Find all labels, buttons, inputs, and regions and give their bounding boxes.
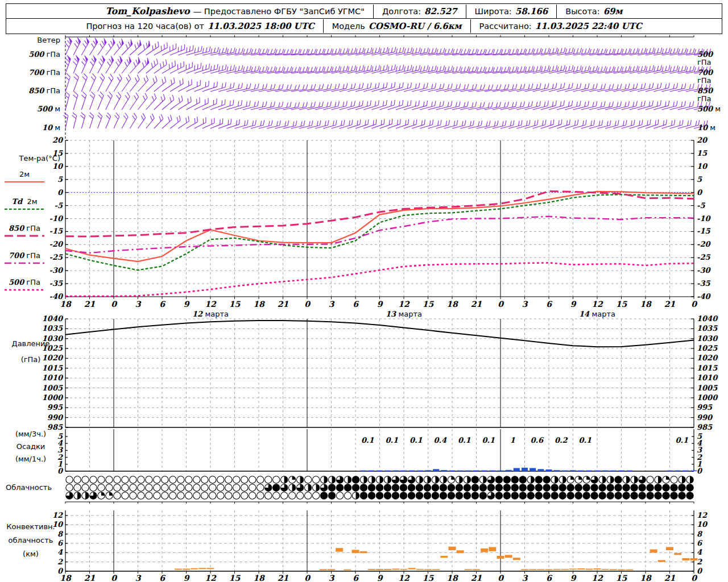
svg-text:5: 5 bbox=[697, 175, 702, 184]
svg-text:0: 0 bbox=[697, 567, 703, 575]
svg-text:-5: -5 bbox=[55, 201, 63, 210]
svg-text:12: 12 bbox=[398, 300, 410, 309]
conv-bars bbox=[175, 547, 698, 571]
svg-text:15: 15 bbox=[423, 300, 435, 309]
wind-level-850hpa: 850 гПа bbox=[2, 87, 60, 95]
svg-text:0.1: 0.1 bbox=[675, 436, 688, 444]
svg-text:12: 12 bbox=[592, 573, 603, 582]
svg-text:1040: 1040 bbox=[697, 314, 718, 323]
svg-text:12: 12 bbox=[205, 573, 217, 582]
svg-text:0: 0 bbox=[57, 467, 64, 475]
time-axis-bottom: 1821036912151821036912151821036912151821… bbox=[60, 573, 697, 582]
svg-text:9: 9 bbox=[570, 300, 577, 309]
wind-panel bbox=[65, 35, 694, 140]
pressure-panel-title: Давление bbox=[2, 340, 59, 348]
model-value: COSMO-RU / 6.6км bbox=[369, 21, 462, 31]
svg-text:1: 1 bbox=[510, 436, 515, 444]
svg-text:6: 6 bbox=[159, 573, 166, 582]
svg-text:12: 12 bbox=[697, 511, 708, 519]
wind-level-500m: 500 м bbox=[2, 105, 60, 113]
svg-text:12: 12 bbox=[52, 511, 63, 519]
latitude-label: Широта: bbox=[475, 7, 512, 16]
header: Tom_Kolpashevo — Предоставлено ФГБУ "Зап… bbox=[6, 3, 722, 34]
svg-text:1025: 1025 bbox=[697, 344, 718, 352]
svg-text:1015: 1015 bbox=[697, 364, 718, 372]
svg-text:-15: -15 bbox=[49, 227, 63, 235]
svg-text:15: 15 bbox=[616, 300, 628, 309]
temp-curves bbox=[65, 191, 694, 296]
svg-text:10: 10 bbox=[697, 162, 708, 171]
svg-text:21: 21 bbox=[278, 300, 289, 309]
temp-panel-title: Тем-ра(°C) bbox=[1, 155, 60, 163]
svg-text:14 марта: 14 марта bbox=[579, 310, 615, 318]
svg-text:20: 20 bbox=[697, 136, 708, 144]
svg-text:-25: -25 bbox=[49, 253, 63, 261]
svg-text:21: 21 bbox=[84, 300, 96, 309]
provider-text: — Предоставлено ФГБУ "ЗапСиб УГМС" bbox=[193, 7, 365, 16]
svg-text:0.1: 0.1 bbox=[361, 436, 374, 444]
svg-text:18: 18 bbox=[253, 300, 265, 309]
svg-text:18: 18 bbox=[253, 573, 265, 582]
calc-label: Рассчитано: bbox=[479, 22, 532, 31]
svg-text:985: 985 bbox=[697, 423, 713, 431]
svg-text:1010: 1010 bbox=[42, 373, 64, 382]
wind-level-500hpa-right: 500 гПа bbox=[697, 51, 728, 67]
svg-text:20: 20 bbox=[52, 136, 64, 144]
longitude-value: 82.527 bbox=[424, 6, 457, 16]
svg-text:1015: 1015 bbox=[42, 364, 63, 372]
svg-text:13 марта: 13 марта bbox=[386, 310, 422, 318]
svg-text:1005: 1005 bbox=[697, 384, 718, 392]
svg-text:6: 6 bbox=[546, 573, 552, 582]
svg-text:3: 3 bbox=[522, 300, 528, 309]
conv-panel: 121210108866442200 bbox=[52, 510, 708, 575]
svg-text:0: 0 bbox=[304, 300, 311, 309]
svg-text:0: 0 bbox=[691, 300, 697, 309]
svg-text:6: 6 bbox=[159, 300, 166, 309]
svg-text:15: 15 bbox=[697, 149, 708, 157]
svg-text:6: 6 bbox=[546, 300, 552, 309]
svg-text:15: 15 bbox=[229, 300, 241, 309]
wind-level-500hpa: 500 гПа bbox=[2, 51, 60, 59]
svg-text:-25: -25 bbox=[697, 253, 710, 261]
wind-level-10m-right: 10 м bbox=[697, 124, 728, 132]
svg-text:18: 18 bbox=[446, 573, 458, 582]
svg-text:-30: -30 bbox=[697, 266, 711, 275]
svg-text:1020: 1020 bbox=[697, 354, 718, 362]
svg-text:-5: -5 bbox=[697, 201, 705, 210]
conv-panel-title-2: облачность bbox=[2, 537, 59, 544]
wind-level-500m-right: 500 м bbox=[697, 105, 728, 113]
svg-text:9: 9 bbox=[377, 300, 383, 309]
svg-text:-35: -35 bbox=[697, 279, 710, 288]
pressure-panel-unit: (гПа) bbox=[2, 356, 59, 364]
svg-text:10: 10 bbox=[52, 162, 64, 171]
svg-text:0.4: 0.4 bbox=[433, 436, 447, 444]
svg-text:3: 3 bbox=[329, 300, 335, 309]
header-divider bbox=[323, 19, 324, 33]
svg-text:18: 18 bbox=[640, 573, 652, 582]
wind-level-700hpa-right: 700 гПа bbox=[697, 69, 728, 85]
header-divider bbox=[466, 5, 466, 18]
forecast-label: Прогноз на 120 часа(ов) от bbox=[86, 22, 204, 31]
svg-text:12: 12 bbox=[398, 573, 410, 582]
svg-text:18: 18 bbox=[446, 300, 458, 309]
meteogram-page: 2020151510105500-5-5-10-10-15-15-20-20-2… bbox=[0, 0, 728, 582]
svg-text:0: 0 bbox=[498, 573, 504, 582]
svg-text:-20: -20 bbox=[697, 240, 711, 248]
svg-text:18: 18 bbox=[60, 573, 72, 582]
svg-text:-20: -20 bbox=[49, 240, 64, 248]
svg-text:9: 9 bbox=[184, 300, 190, 309]
meteogram-canvas: 2020151510105500-5-5-10-10-15-15-20-20-2… bbox=[0, 0, 728, 582]
wind-panel-title: Ветер bbox=[2, 36, 60, 44]
svg-text:-10: -10 bbox=[697, 214, 711, 223]
svg-text:0: 0 bbox=[57, 188, 64, 197]
svg-text:1035: 1035 bbox=[42, 324, 63, 332]
svg-text:4: 4 bbox=[697, 548, 702, 556]
svg-text:0.1: 0.1 bbox=[578, 436, 592, 444]
longitude-label: Долгота: bbox=[382, 7, 421, 16]
svg-text:0: 0 bbox=[111, 573, 117, 582]
svg-text:1005: 1005 bbox=[42, 384, 63, 392]
svg-text:1040: 1040 bbox=[42, 314, 64, 323]
svg-text:0.1: 0.1 bbox=[410, 436, 423, 444]
svg-text:-30: -30 bbox=[49, 266, 64, 275]
precip-bars: 0.10.10.10.40.10.110.60.20.10.1 bbox=[361, 436, 697, 471]
